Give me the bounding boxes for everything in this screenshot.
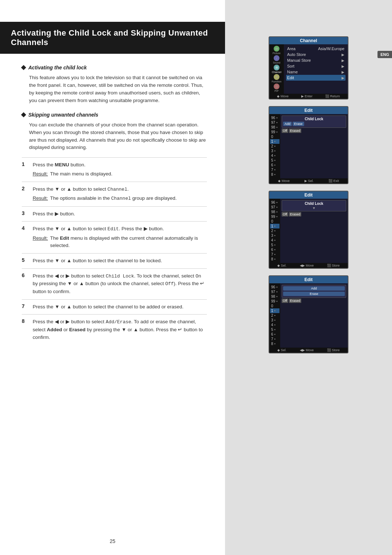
tv-icon-function: ⚙ Function xyxy=(270,74,283,83)
add-btn-s4: Add xyxy=(283,286,345,291)
tv-icon-pip: ◫ PIP xyxy=(270,84,283,92)
tv-menu-sort: Sort▶ xyxy=(286,63,346,69)
tv-icon-sound: ♪ Sound xyxy=(270,55,283,64)
screen4-status: Off Erased xyxy=(282,299,346,303)
step-num-4: 4 xyxy=(22,222,33,254)
step-row-6: 6 Press the ◀ or ▶ button to select Chil… xyxy=(22,269,207,299)
step-num-2: 2 xyxy=(22,182,33,206)
s4-ch-0: 0 xyxy=(270,304,279,308)
s3-ch-99: 99• xyxy=(270,214,279,219)
step-row-7: 7 Press the ▼ or ▲ button to select the … xyxy=(22,299,207,315)
s4-ch-1: 1• xyxy=(270,308,279,313)
tv-screen-3: Edit 96• 97• 98• 99• 0 1• 2• 3• 4• 5• 6•… xyxy=(269,191,348,269)
tv-screen-1: Channel 🖼 Picture ♪ Sound ▤ Channel xyxy=(269,36,348,100)
step-content-8: Press the ◀ or ▶ button to select Add/Er… xyxy=(33,315,207,345)
tv-menu-area: AreaAsia/W.Europe xyxy=(286,46,346,52)
s4-ch-2: 2• xyxy=(270,313,279,318)
s3-ch-0: 0 xyxy=(270,219,279,224)
add-btn-s2: Add xyxy=(283,122,292,126)
step-content-5: Press the ▼ or ▲ button to select the ch… xyxy=(33,254,207,269)
s3-ch-1: 1• xyxy=(270,224,279,228)
step-row-8: 8 Press the ◀ or ▶ button to select Add/… xyxy=(22,315,207,345)
step-num-3: 3 xyxy=(22,206,33,222)
screen2-edit-col: Child Lock Add Erase Off Erased xyxy=(280,114,348,178)
step-num-7: 7 xyxy=(22,299,33,315)
ch-97: 97• xyxy=(270,120,279,125)
s4-ch-6: 6• xyxy=(270,332,279,337)
step-row-1: 1 Press the MENU button. Result: The mai… xyxy=(22,158,207,182)
s4-ch-8: 8• xyxy=(270,341,279,346)
child-lock-body: This feature allows you to lock the tele… xyxy=(29,74,207,105)
screen2-child-lock-panel: Child Lock Add Erase xyxy=(282,116,346,128)
screen2-bottom: ◆ Move ▶ Sel. ⬛ Exit xyxy=(269,178,348,183)
page-title: Activating the Child Lock and Skipping U… xyxy=(0,22,225,54)
step-num-6: 6 xyxy=(22,269,33,299)
step-num-8: 8 xyxy=(22,315,33,345)
step-content-1: Press the MENU button. Result: The main … xyxy=(33,158,207,182)
s4-ch-96: 96• xyxy=(270,285,279,289)
screen3-ch-list: 96• 97• 98• 99• 0 1• 2• 3• 4• 5• 6• 7• 8… xyxy=(269,199,280,263)
ch-99: 99• xyxy=(270,130,279,134)
screen4-ch-list: 96• 97• 98• 99• 0 1• 2• 3• 4• 5• 6• 7• 8… xyxy=(269,283,280,348)
page: Activating the Child Lock and Skipping U… xyxy=(0,0,392,555)
step-content-7: Press the ▼ or ▲ button to select the ch… xyxy=(33,299,207,315)
page-number: 25 xyxy=(110,538,115,544)
erase-btn-s2: Erase xyxy=(293,122,304,126)
screen3-status: Off Erased xyxy=(282,212,346,216)
s3-ch-4: 4• xyxy=(270,238,279,243)
screen2-status: Off Erased xyxy=(282,129,346,133)
screen2-header: Edit xyxy=(269,107,348,114)
tv-icons-col-1: 🖼 Picture ♪ Sound ▤ Channel ⚙ Function xyxy=(269,44,284,94)
diamond-icon-2 xyxy=(21,112,26,117)
s3-ch-5: 5• xyxy=(270,243,279,247)
s3-ch-98: 98• xyxy=(270,210,279,214)
step-num-5: 5 xyxy=(22,254,33,269)
section-skip-heading: Skipping unwanted channels xyxy=(22,112,207,118)
ch-5: 5• xyxy=(270,158,279,163)
step-num-1: 1 xyxy=(22,158,33,182)
section-child-lock-heading: Activating the child lock xyxy=(22,65,207,70)
s4-ch-7: 7• xyxy=(270,337,279,341)
tv-menu-edit: Edit▶ xyxy=(286,75,346,81)
s3-ch-6: 6• xyxy=(270,247,279,252)
s3-ch-7: 7• xyxy=(270,252,279,257)
eng-badge: ENG xyxy=(377,51,392,58)
step-row-5: 5 Press the ▼ or ▲ button to select the … xyxy=(22,254,207,269)
step-row-2: 2 Press the ▼ or ▲ button to select Chan… xyxy=(22,182,207,206)
tv-menu-autostore: Auto Store▶ xyxy=(286,52,346,57)
tv-menu-col-1: AreaAsia/W.Europe Auto Store▶ Manual Sto… xyxy=(284,44,348,94)
step-content-6: Press the ◀ or ▶ button to select Child … xyxy=(33,269,207,299)
screen3-header: Edit xyxy=(269,191,348,199)
s4-ch-4: 4• xyxy=(270,323,279,327)
s3-ch-8: 8• xyxy=(270,257,279,262)
tv-screen-2: Edit 96• 97• 98• 99• 0 1• 2• 3• 4• 5• 6•… xyxy=(269,106,348,184)
tv-icon-picture: 🖼 Picture xyxy=(270,46,283,54)
right-sidebar: ENG Channel 🖼 Picture ♪ Sound ▤ Channel xyxy=(225,0,392,555)
ch-2: 2• xyxy=(270,144,279,149)
s4-ch-5: 5• xyxy=(270,327,279,332)
screen4-bottom: ◆ Sel. ◀▶ Move ⬛ Store xyxy=(269,348,348,353)
skip-channels-body: You can exclude the channels of your cho… xyxy=(29,121,207,152)
step-content-4: Press the ▼ or ▲ button to select Edit. … xyxy=(33,222,207,254)
screen2-ch-list: 96• 97• 98• 99• 0 1• 2• 3• 4• 5• 6• 7• 8… xyxy=(269,114,280,178)
step-content-2: Press the ▼ or ▲ button to select Channe… xyxy=(33,182,207,206)
s3-ch-2: 2• xyxy=(270,228,279,233)
ch-0: 0 xyxy=(270,134,279,139)
ch-3: 3• xyxy=(270,149,279,153)
screen3-bottom: ◆ Sel. ◀▶ Move ⬛ Store xyxy=(269,263,348,268)
ch-8: 8• xyxy=(270,172,279,177)
steps-table: 1 Press the MENU button. Result: The mai… xyxy=(22,157,207,345)
s3-ch-97: 97• xyxy=(270,205,279,210)
s3-ch-96: 96• xyxy=(270,200,279,205)
tv-menu-name: Name▶ xyxy=(286,69,346,75)
ch-7: 7• xyxy=(270,167,279,172)
s4-ch-98: 98• xyxy=(270,294,279,299)
ch-6: 6• xyxy=(270,163,279,167)
ch-98: 98• xyxy=(270,125,279,130)
step-row-4: 4 Press the ▼ or ▲ button to select Edit… xyxy=(22,222,207,254)
screen3-child-lock-panel: Child Lock ▼ xyxy=(282,200,346,211)
screen1-header: Channel xyxy=(269,37,348,44)
screen3-edit-col: Child Lock ▼ Off Erased xyxy=(280,199,348,263)
diamond-icon xyxy=(21,65,26,70)
main-content: Activating the Child Lock and Skipping U… xyxy=(0,0,225,555)
